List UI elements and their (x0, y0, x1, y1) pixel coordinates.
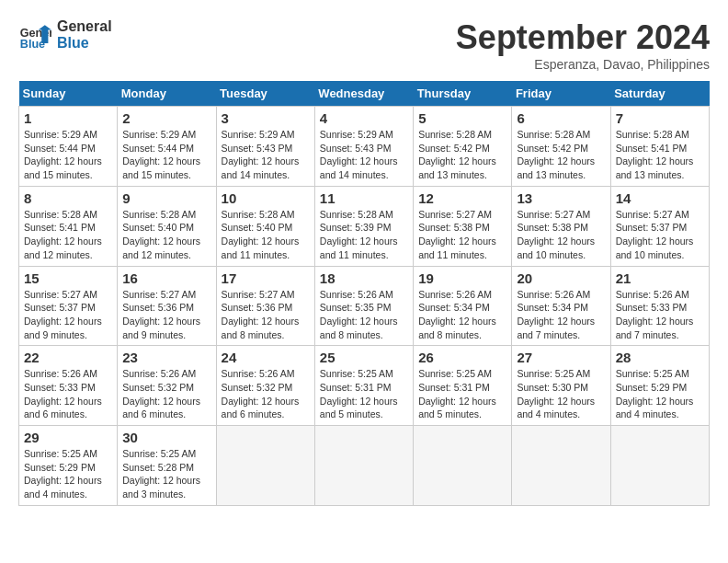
day-info: Sunrise: 5:26 AMSunset: 5:33 PMDaylight:… (616, 288, 704, 342)
day-cell: 3Sunrise: 5:29 AMSunset: 5:43 PMDaylight… (216, 107, 314, 187)
day-info: Sunrise: 5:26 AMSunset: 5:32 PMDaylight:… (222, 367, 310, 421)
day-number: 17 (222, 270, 310, 286)
day-number: 30 (122, 430, 210, 445)
day-number: 23 (122, 350, 210, 365)
day-info: Sunrise: 5:28 AMSunset: 5:42 PMDaylight:… (418, 128, 506, 182)
day-info: Sunrise: 5:28 AMSunset: 5:39 PMDaylight:… (320, 208, 408, 262)
day-info: Sunrise: 5:27 AMSunset: 5:38 PMDaylight:… (418, 208, 506, 262)
day-cell: 28Sunrise: 5:25 AMSunset: 5:29 PMDayligh… (610, 346, 709, 426)
week-row-2: 8Sunrise: 5:28 AMSunset: 5:41 PMDaylight… (19, 186, 710, 266)
day-info: Sunrise: 5:26 AMSunset: 5:34 PMDaylight:… (517, 288, 605, 342)
day-number: 5 (418, 110, 506, 126)
day-cell: 22Sunrise: 5:26 AMSunset: 5:33 PMDayligh… (19, 346, 118, 426)
day-cell (314, 426, 413, 506)
day-info: Sunrise: 5:25 AMSunset: 5:31 PMDaylight:… (418, 367, 506, 421)
week-row-1: 1Sunrise: 5:29 AMSunset: 5:44 PMDaylight… (19, 107, 710, 187)
day-info: Sunrise: 5:25 AMSunset: 5:29 PMDaylight:… (616, 367, 704, 421)
day-cell: 9Sunrise: 5:28 AMSunset: 5:40 PMDaylight… (118, 186, 216, 266)
day-number: 7 (616, 110, 704, 126)
col-header-wednesday: Wednesday (314, 81, 413, 107)
day-cell: 11Sunrise: 5:28 AMSunset: 5:39 PMDayligh… (314, 186, 413, 266)
day-info: Sunrise: 5:25 AMSunset: 5:28 PMDaylight:… (122, 447, 210, 501)
day-cell: 6Sunrise: 5:28 AMSunset: 5:42 PMDaylight… (512, 107, 610, 187)
day-info: Sunrise: 5:28 AMSunset: 5:40 PMDaylight:… (222, 208, 310, 262)
day-number: 24 (222, 350, 310, 365)
week-row-4: 22Sunrise: 5:26 AMSunset: 5:33 PMDayligh… (19, 346, 710, 426)
day-cell: 29Sunrise: 5:25 AMSunset: 5:29 PMDayligh… (19, 426, 118, 506)
title-block: September 2024 Esperanza, Davao, Philipp… (456, 18, 710, 72)
day-number: 22 (24, 350, 112, 365)
col-header-friday: Friday (512, 81, 610, 107)
day-number: 26 (418, 350, 506, 365)
logo-blue: Blue (57, 35, 112, 52)
day-cell (512, 426, 610, 506)
day-cell: 15Sunrise: 5:27 AMSunset: 5:37 PMDayligh… (19, 266, 118, 346)
day-number: 12 (418, 190, 506, 206)
day-cell: 23Sunrise: 5:26 AMSunset: 5:32 PMDayligh… (118, 346, 216, 426)
day-number: 8 (24, 190, 112, 206)
day-cell: 7Sunrise: 5:28 AMSunset: 5:41 PMDaylight… (610, 107, 709, 187)
calendar-table: SundayMondayTuesdayWednesdayThursdayFrid… (18, 81, 710, 506)
day-number: 14 (616, 190, 704, 206)
day-cell: 20Sunrise: 5:26 AMSunset: 5:34 PMDayligh… (512, 266, 610, 346)
day-number: 18 (320, 270, 408, 286)
day-cell: 14Sunrise: 5:27 AMSunset: 5:37 PMDayligh… (610, 186, 709, 266)
day-cell: 18Sunrise: 5:26 AMSunset: 5:35 PMDayligh… (314, 266, 413, 346)
week-row-3: 15Sunrise: 5:27 AMSunset: 5:37 PMDayligh… (19, 266, 710, 346)
day-number: 29 (24, 430, 112, 445)
day-cell: 5Sunrise: 5:28 AMSunset: 5:42 PMDaylight… (414, 107, 512, 187)
day-cell: 21Sunrise: 5:26 AMSunset: 5:33 PMDayligh… (610, 266, 709, 346)
day-cell: 30Sunrise: 5:25 AMSunset: 5:28 PMDayligh… (118, 426, 216, 506)
day-number: 4 (320, 110, 408, 126)
day-cell: 26Sunrise: 5:25 AMSunset: 5:31 PMDayligh… (414, 346, 512, 426)
day-number: 1 (24, 110, 112, 126)
day-number: 10 (222, 190, 310, 206)
day-number: 20 (517, 270, 605, 286)
day-info: Sunrise: 5:29 AMSunset: 5:43 PMDaylight:… (222, 128, 310, 182)
day-cell: 4Sunrise: 5:29 AMSunset: 5:43 PMDaylight… (314, 107, 413, 187)
day-number: 16 (122, 270, 210, 286)
day-cell: 13Sunrise: 5:27 AMSunset: 5:38 PMDayligh… (512, 186, 610, 266)
day-cell: 1Sunrise: 5:29 AMSunset: 5:44 PMDaylight… (19, 107, 118, 187)
day-cell: 25Sunrise: 5:25 AMSunset: 5:31 PMDayligh… (314, 346, 413, 426)
col-header-sunday: Sunday (19, 81, 118, 107)
day-info: Sunrise: 5:28 AMSunset: 5:40 PMDaylight:… (122, 208, 210, 262)
day-number: 27 (517, 350, 605, 365)
day-cell (216, 426, 314, 506)
day-info: Sunrise: 5:26 AMSunset: 5:33 PMDaylight:… (24, 367, 112, 421)
day-number: 11 (320, 190, 408, 206)
day-info: Sunrise: 5:29 AMSunset: 5:44 PMDaylight:… (24, 128, 112, 182)
day-info: Sunrise: 5:25 AMSunset: 5:29 PMDaylight:… (24, 447, 112, 501)
day-info: Sunrise: 5:28 AMSunset: 5:42 PMDaylight:… (517, 128, 605, 182)
logo-icon: General Blue (18, 18, 51, 52)
day-info: Sunrise: 5:26 AMSunset: 5:32 PMDaylight:… (122, 367, 210, 421)
week-row-5: 29Sunrise: 5:25 AMSunset: 5:29 PMDayligh… (19, 426, 710, 506)
day-cell: 24Sunrise: 5:26 AMSunset: 5:32 PMDayligh… (216, 346, 314, 426)
day-info: Sunrise: 5:27 AMSunset: 5:37 PMDaylight:… (24, 288, 112, 342)
day-cell: 17Sunrise: 5:27 AMSunset: 5:36 PMDayligh… (216, 266, 314, 346)
day-info: Sunrise: 5:25 AMSunset: 5:30 PMDaylight:… (517, 367, 605, 421)
day-number: 28 (616, 350, 704, 365)
day-info: Sunrise: 5:26 AMSunset: 5:34 PMDaylight:… (418, 288, 506, 342)
calendar-header-row: SundayMondayTuesdayWednesdayThursdayFrid… (19, 81, 710, 107)
day-cell: 8Sunrise: 5:28 AMSunset: 5:41 PMDaylight… (19, 186, 118, 266)
col-header-saturday: Saturday (610, 81, 709, 107)
logo: General Blue General Blue (18, 18, 112, 52)
svg-text:Blue: Blue (20, 38, 45, 51)
day-number: 21 (616, 270, 704, 286)
day-cell (414, 426, 512, 506)
day-number: 6 (517, 110, 605, 126)
col-header-thursday: Thursday (414, 81, 512, 107)
day-info: Sunrise: 5:27 AMSunset: 5:36 PMDaylight:… (122, 288, 210, 342)
day-cell: 10Sunrise: 5:28 AMSunset: 5:40 PMDayligh… (216, 186, 314, 266)
page-header: General Blue General Blue September 2024… (18, 18, 710, 72)
day-info: Sunrise: 5:28 AMSunset: 5:41 PMDaylight:… (24, 208, 112, 262)
day-cell: 12Sunrise: 5:27 AMSunset: 5:38 PMDayligh… (414, 186, 512, 266)
day-info: Sunrise: 5:29 AMSunset: 5:43 PMDaylight:… (320, 128, 408, 182)
day-cell: 19Sunrise: 5:26 AMSunset: 5:34 PMDayligh… (414, 266, 512, 346)
day-number: 15 (24, 270, 112, 286)
logo-general: General (57, 18, 112, 35)
col-header-tuesday: Tuesday (216, 81, 314, 107)
day-number: 9 (122, 190, 210, 206)
day-info: Sunrise: 5:26 AMSunset: 5:35 PMDaylight:… (320, 288, 408, 342)
